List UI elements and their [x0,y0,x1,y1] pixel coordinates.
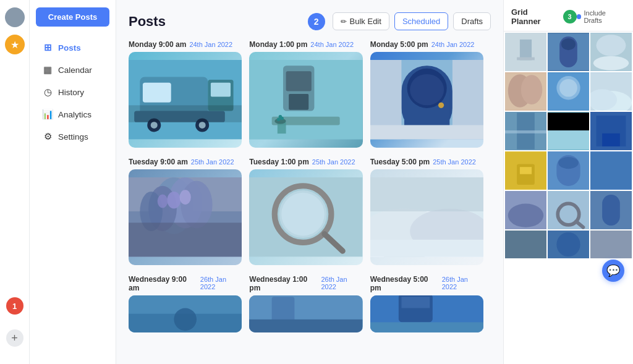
analytics-icon: 📊 [42,109,53,120]
calendar-icon: ▦ [42,64,53,75]
grid-image-cell[interactable] [590,72,632,111]
right-panel-header: Grid Planner 3 Include Drafts [504,0,633,32]
post-cell: Tuesday 9:00 am 25th Jan 2022 [129,158,249,275]
grid-image-cell[interactable] [548,72,589,111]
sidebar-item-calendar[interactable]: ▦ Calendar [33,59,112,81]
sidebar-item-label: History [58,88,84,97]
post-date: 26th Jan 2022 [442,276,483,290]
post-image[interactable] [370,295,483,332]
grid-image-cell[interactable] [548,191,589,229]
svg-point-39 [167,192,181,208]
add-icon[interactable]: + [6,329,23,347]
grid-image-cell[interactable] [505,112,546,150]
grid-image-cell[interactable] [590,33,632,71]
chat-icon: 💬 [606,264,620,277]
sidebar-item-settings[interactable]: ⚙ Settings [33,125,112,148]
grid-image-cell[interactable] [505,33,546,71]
sidebar-item-label: Calendar [58,66,92,75]
post-time-row: Tuesday 5:00 pm 25th Jan 2022 [370,158,483,166]
grid-image-cell[interactable] [590,231,632,258]
include-drafts[interactable]: Include Drafts [577,9,626,24]
post-cell: Wednesday 1:00 pm 26th Jan 2022 [249,275,370,342]
post-cell: Monday 5:00 pm 24th Jan 2022 [370,40,491,158]
post-time-row: Tuesday 9:00 am 25th Jan 2022 [129,158,242,166]
grid-image-cell[interactable] [505,191,546,229]
scheduled-button[interactable]: Scheduled [394,12,448,30]
grid-image-cell[interactable] [590,191,632,229]
sidebar-item-label: Settings [58,132,88,142]
post-image[interactable] [370,52,483,148]
posts-icon: ⊞ [42,42,53,53]
svg-rect-104 [602,195,620,226]
post-image[interactable] [370,169,483,265]
grid-image-cell[interactable] [505,231,546,258]
post-image[interactable] [249,169,362,265]
grid-image-cell[interactable] [505,151,546,190]
post-time: Wednesday 5:00 pm [370,275,439,292]
right-panel: Grid Planner 3 Include Drafts [503,0,633,364]
post-date: 24th Jan 2022 [189,41,232,48]
grid-image-cell[interactable] [548,112,589,150]
post-time: Monday 1:00 pm [249,40,307,49]
post-time: Wednesday 9:00 am [129,275,197,292]
post-date: 24th Jan 2022 [431,41,475,48]
post-time: Tuesday 1:00 pm [249,158,308,166]
post-time: Monday 9:00 am [129,40,186,49]
post-time-row: Tuesday 1:00 pm 25th Jan 2022 [249,158,362,166]
svg-rect-2 [143,83,171,103]
avatar[interactable] [5,7,25,27]
svg-point-5 [151,122,158,129]
grid-planner-badge: 3 [563,10,577,23]
history-icon: ◷ [42,87,53,98]
post-date: 24th Jan 2022 [310,41,354,48]
post-date: 26th Jan 2022 [321,276,362,290]
notification-badge[interactable]: 1 [6,297,23,315]
svg-rect-10 [129,106,242,122]
svg-rect-107 [556,232,580,256]
post-cell: Monday 9:00 am 24th Jan 2022 [129,40,249,158]
svg-point-27 [438,103,444,108]
post-image[interactable] [249,52,362,148]
post-time-row: Wednesday 1:00 pm 26th Jan 2022 [249,275,362,292]
post-time-row: Monday 1:00 pm 24th Jan 2022 [249,40,362,49]
post-time: Monday 5:00 pm [370,40,428,49]
sidebar-item-posts[interactable]: ⊞ Posts [33,36,112,59]
grid-image-cell[interactable] [505,72,546,111]
svg-point-77 [559,79,577,97]
post-count-badge: 2 [308,13,325,30]
post-image[interactable] [129,52,242,148]
grid-image-cell[interactable] [590,151,632,190]
svg-point-18 [275,119,286,124]
star-icon[interactable]: ★ [5,35,25,54]
svg-point-70 [597,35,626,56]
post-date: 25th Jan 2022 [433,158,476,166]
include-drafts-dot [577,14,582,19]
post-time-row: Wednesday 9:00 am 26th Jan 2022 [129,275,242,292]
post-image[interactable] [129,169,242,265]
svg-point-21 [279,115,282,118]
page-title: Posts [129,14,166,30]
sidebar-item-label: Posts [58,43,81,53]
grid-image-cell[interactable] [548,231,589,258]
post-image[interactable] [249,295,362,332]
svg-rect-14 [286,72,312,91]
svg-rect-52 [370,177,483,211]
grid-image-cell[interactable] [590,112,632,150]
post-date: 25th Jan 2022 [312,158,355,166]
chat-button[interactable]: 💬 [602,260,624,282]
bulk-edit-button[interactable]: ✏ Bulk Edit [333,12,389,30]
main-header: Posts 2 ✏ Bulk Edit Scheduled Drafts [129,12,491,30]
svg-rect-92 [520,167,532,174]
drafts-button[interactable]: Drafts [453,12,491,30]
post-image[interactable] [129,295,242,332]
grid-planner-title: Grid Planner 3 [511,7,577,26]
grid-image-cell[interactable] [548,33,589,71]
svg-rect-38 [129,223,242,257]
sidebar-item-analytics[interactable]: 📊 Analytics [33,103,112,125]
svg-rect-9 [211,83,231,97]
svg-rect-105 [505,231,546,258]
grid-image-cell[interactable] [548,151,589,190]
create-posts-button[interactable]: Create Posts [36,7,109,27]
sidebar-item-history[interactable]: ◷ History [33,81,112,103]
icon-rail: ★ 1 + [0,0,30,364]
